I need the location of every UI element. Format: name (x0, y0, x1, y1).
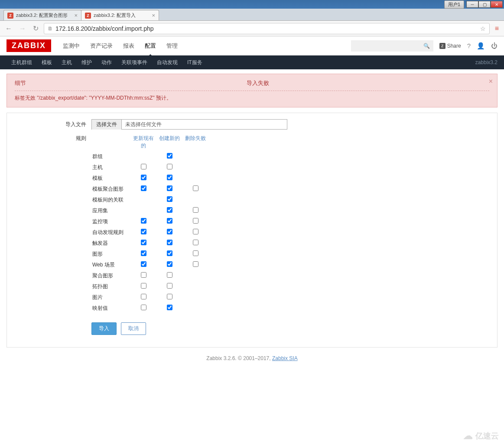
browser-menu-icon[interactable]: ≡ (493, 23, 501, 34)
forward-button[interactable]: → (17, 23, 28, 34)
rules-header (91, 133, 130, 151)
rule-name: Web 场景 (91, 260, 130, 270)
rule-checkbox-delete[interactable] (193, 229, 198, 234)
user-icon[interactable]: 👤 (477, 42, 485, 50)
rule-checkbox-update[interactable] (141, 305, 146, 310)
footer-text: Zabbix 3.2.6. © 2001–2017, (206, 355, 272, 361)
rule-cell (130, 270, 156, 281)
choose-file-button[interactable]: 选择文件 (92, 120, 122, 130)
subnav-item-3[interactable]: 维护 (77, 55, 97, 69)
url-input[interactable] (55, 25, 480, 32)
rule-checkbox-update[interactable] (141, 164, 146, 169)
rule-checkbox-update[interactable] (141, 240, 146, 245)
subnav-item-6[interactable]: 自动发现 (152, 55, 182, 69)
rule-checkbox-create[interactable] (167, 305, 172, 310)
logo[interactable]: ZABBIX (7, 39, 51, 52)
rule-cell (130, 260, 156, 270)
rule-checkbox-update[interactable] (141, 229, 146, 234)
nav-item-0[interactable]: 监测中 (58, 36, 85, 56)
rule-cell (156, 205, 182, 216)
rule-checkbox-update[interactable] (141, 250, 146, 256)
subnav-item-1[interactable]: 模板 (37, 55, 57, 69)
rule-checkbox-create[interactable] (167, 283, 172, 289)
rule-checkbox-create[interactable] (167, 218, 172, 224)
rule-checkbox-create[interactable] (167, 229, 172, 234)
rule-checkbox-create[interactable] (167, 153, 172, 159)
rules-header: 更新现有的 (130, 133, 156, 151)
footer-link[interactable]: Zabbix SIA (272, 355, 298, 361)
rules-header: 创建新的 (156, 133, 182, 151)
rule-checkbox-create[interactable] (167, 240, 172, 245)
rule-checkbox-create[interactable] (167, 175, 172, 180)
file-input[interactable]: 选择文件 未选择任何文件 (91, 119, 287, 130)
rule-checkbox-delete[interactable] (193, 207, 198, 213)
subnav-item-4[interactable]: 动作 (97, 55, 117, 69)
cancel-button[interactable]: 取消 (121, 322, 146, 335)
rule-checkbox-create[interactable] (167, 294, 172, 299)
header-right: 🔍 Z Share ? 👤 ⏻ (351, 40, 497, 52)
maximize-button[interactable]: ▢ (478, 1, 491, 8)
rule-checkbox-create[interactable] (167, 196, 172, 202)
subnav-item-7[interactable]: IT服务 (182, 55, 207, 69)
nav-item-3[interactable]: 配置 (140, 36, 161, 56)
rule-checkbox-create[interactable] (167, 185, 172, 191)
nav-item-1[interactable]: 资产记录 (85, 36, 118, 56)
rule-cell (156, 227, 182, 238)
rule-checkbox-delete[interactable] (193, 218, 198, 224)
nav-item-2[interactable]: 报表 (118, 36, 140, 56)
minimize-button[interactable]: ─ (466, 1, 478, 8)
close-icon[interactable]: × (152, 12, 155, 19)
share-button[interactable]: Z Share (439, 43, 461, 49)
rule-checkbox-delete[interactable] (193, 261, 198, 267)
browser-tab-1[interactable]: Z zabbix3.2: 配置导入 × (81, 10, 159, 20)
rule-checkbox-update[interactable] (141, 261, 146, 267)
rule-checkbox-create[interactable] (167, 164, 172, 169)
rule-cell (182, 303, 208, 314)
rule-checkbox-create[interactable] (167, 261, 172, 267)
rule-checkbox-delete[interactable] (193, 185, 198, 191)
rule-checkbox-update[interactable] (141, 185, 146, 191)
rule-cell (156, 238, 182, 249)
rule-checkbox-delete[interactable] (193, 250, 198, 256)
close-icon[interactable]: × (489, 78, 493, 85)
import-form: 导入文件 选择文件 未选择任何文件 规则 更新现有的创建新的删除失败群组主机模板… (7, 113, 497, 348)
close-window-button[interactable]: ✕ (491, 1, 503, 8)
bookmark-icon[interactable]: ☆ (480, 25, 486, 32)
rule-checkbox-update[interactable] (141, 272, 146, 278)
rule-checkbox-delete[interactable] (193, 240, 198, 245)
rule-name: 监控项 (91, 216, 130, 227)
reload-button[interactable]: ↻ (31, 23, 40, 34)
subnav-item-2[interactable]: 主机 (57, 55, 77, 69)
rule-checkbox-update[interactable] (141, 283, 146, 289)
help-icon[interactable]: ? (467, 42, 471, 49)
rule-checkbox-create[interactable] (167, 272, 172, 278)
rule-cell (130, 249, 156, 260)
rule-checkbox-update[interactable] (141, 175, 146, 180)
rule-cell (156, 260, 182, 270)
close-icon[interactable]: × (74, 12, 78, 19)
rule-checkbox-create[interactable] (167, 207, 172, 213)
import-button[interactable]: 导入 (91, 322, 117, 335)
rule-checkbox-create[interactable] (167, 250, 172, 256)
rule-name: 模板间的关联 (91, 195, 130, 205)
app-header: ZABBIX 监测中资产记录报表配置管理 🔍 Z Share ? 👤 ⏻ (0, 36, 504, 55)
subnav-item-5[interactable]: 关联项事件 (117, 55, 152, 69)
back-button[interactable]: ← (3, 23, 14, 34)
search-icon: 🔍 (423, 43, 430, 49)
logout-icon[interactable]: ⏻ (491, 42, 497, 49)
window-titlebar: 用户1 ─ ▢ ✕ (0, 0, 504, 9)
rule-name: 模板聚合图形 (91, 184, 130, 195)
rule-cell (130, 151, 156, 162)
rule-checkbox-update[interactable] (141, 218, 146, 224)
rule-name: 主机 (91, 162, 130, 173)
nav-item-4[interactable]: 管理 (161, 36, 183, 56)
search-input[interactable]: 🔍 (351, 40, 433, 52)
rule-checkbox-update[interactable] (141, 294, 146, 299)
error-detail-link[interactable]: 细节 (15, 79, 26, 87)
url-bar[interactable]: 🗎 ☆ (44, 23, 490, 34)
rule-cell (130, 205, 156, 216)
rule-cell (182, 216, 208, 227)
rule-name: 图形 (91, 249, 130, 260)
subnav-item-0[interactable]: 主机群组 (7, 55, 37, 69)
browser-tab-0[interactable]: Z zabbix3.2: 配置聚合图形 × (3, 10, 81, 20)
